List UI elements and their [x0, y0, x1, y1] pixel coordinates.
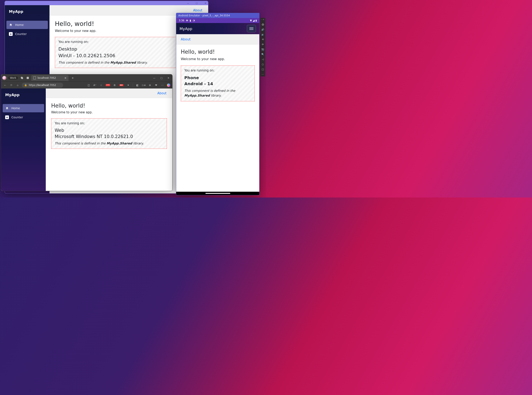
address-bar[interactable]: 🔒 https://localhost:7052	[22, 83, 63, 88]
app-brand: MyApp	[5, 5, 49, 20]
android-appbar: MyApp	[176, 23, 259, 34]
collections-icon[interactable]: ⊕	[148, 83, 152, 87]
home-icon	[9, 23, 13, 27]
about-link[interactable]: About	[193, 9, 202, 12]
edge-browser-window: Work localhost:7052 ✕ ＋ — ▢ ✕ ← ⟳ ⌂	[1, 74, 172, 191]
emu-volume-up-icon[interactable]: 🔊	[261, 28, 264, 31]
edge-toolbar: ← ⟳ ⌂ 🔒 https://localhost:7052 ◫ A⁺ ☆ ••…	[1, 82, 172, 88]
copilot-icon[interactable]	[167, 83, 170, 87]
favorite-icon[interactable]: ☆	[99, 83, 103, 87]
platform-note: This component is defined in the MyApp.S…	[184, 88, 251, 98]
emu-rotate-left-icon[interactable]: ⟲	[261, 38, 264, 41]
tab-close-icon[interactable]: ✕	[64, 77, 66, 80]
read-aloud-icon[interactable]: A⁺	[93, 83, 97, 87]
web-sidebar: MyApp Home + Counter	[1, 88, 46, 191]
about-link[interactable]: About	[181, 37, 191, 41]
about-link[interactable]: About	[157, 91, 167, 95]
settings-menu-icon[interactable]: ⋯	[161, 83, 164, 87]
favorites-list-icon[interactable]: ✩≡	[142, 83, 145, 87]
emu-rotate-right-icon[interactable]: ⟳	[261, 43, 264, 46]
android-content: Hello, world! Welcome to your new app. Y…	[176, 44, 259, 105]
window-maximize-button[interactable]: ▢	[195, 2, 199, 4]
platform-label: You are running on:	[55, 121, 163, 125]
welcome-text: Welcome to your new app.	[181, 57, 255, 61]
workspaces-icon[interactable]	[20, 76, 24, 80]
emu-screenshot-icon[interactable]: 📷	[261, 48, 264, 51]
android-gesture-bar[interactable]	[176, 192, 259, 195]
status-time: 3:36	[179, 19, 184, 22]
android-emulator-window: Android Emulator - pixel_5_-_api_34:5554…	[176, 13, 259, 195]
browser-essentials-icon[interactable]: ❤	[155, 83, 158, 87]
svg-rect-2	[27, 77, 29, 79]
web-content: Hello, world! Welcome to your new app. Y…	[46, 98, 172, 153]
home-icon	[5, 106, 9, 110]
edge-tabstrip[interactable]: Work localhost:7052 ✕ ＋ — ▢ ✕	[1, 74, 172, 82]
window-close-button[interactable]: ✕	[167, 77, 169, 79]
lock-icon: 🔒	[24, 84, 27, 86]
nav-label: Counter	[15, 32, 27, 36]
nav-label: Counter	[11, 116, 23, 119]
emu-power-icon[interactable]: ⏻	[261, 23, 264, 26]
emulator-side-toolbar: –× ⏻ 🔊 🔉 ⟲ ⟳ 📷 🔍 ◁ ○ □ ⋯	[261, 18, 265, 77]
profile-avatar-icon[interactable]	[2, 76, 6, 80]
nav-back-icon[interactable]: ←	[3, 84, 7, 87]
nav-item-home[interactable]: Home	[6, 21, 48, 29]
battery-icon: ▮	[255, 19, 257, 22]
extensions-icon[interactable]: ✦	[127, 83, 130, 87]
platform-formfactor: Web	[55, 127, 163, 133]
extension-doc-icon[interactable]: 🗎	[113, 83, 116, 87]
page-heading: Hello, world!	[51, 103, 167, 109]
window-close-button[interactable]: ✕	[204, 2, 207, 4]
emulator-titlebar[interactable]: Android Emulator - pixel_5_-_api_34:5554	[176, 13, 259, 18]
nav-label: Home	[15, 23, 24, 27]
page-heading: Hello, world!	[181, 49, 255, 55]
signal-icon: ◢	[253, 19, 254, 22]
platform-info-box: You are running on: Web Microsoft Window…	[51, 118, 167, 149]
workspace-label: Work	[10, 77, 16, 79]
plus-icon: +	[9, 32, 13, 36]
page-icon	[33, 77, 36, 79]
app-mode-icon[interactable]: ◫	[87, 83, 90, 87]
wifi-icon: ▼	[250, 19, 252, 22]
svg-rect-1	[21, 77, 23, 79]
emu-volume-down-icon[interactable]: 🔉	[261, 33, 264, 36]
nav-item-counter[interactable]: + Counter	[3, 113, 44, 121]
emu-back-icon[interactable]: ◁	[261, 58, 264, 61]
platform-info-box: You are running on: Phone Android - 14 T…	[181, 66, 255, 101]
gesture-pill-icon	[205, 193, 230, 194]
window-minimize-button[interactable]: —	[186, 2, 190, 4]
extension-rec-icon[interactable]: REC	[119, 84, 124, 86]
welcome-text: Welcome to your new app.	[51, 110, 167, 114]
browser-tab[interactable]: localhost:7052 ✕	[31, 75, 69, 81]
android-status-bar: 3:36 ✥ ▮ ◔ ▼ ◢ ▮	[176, 18, 259, 23]
web-topbar: About	[46, 88, 172, 98]
winui-titlebar[interactable]: — ▢ ✕	[5, 1, 208, 5]
new-tab-button[interactable]: ＋	[70, 76, 75, 80]
emu-home-icon[interactable]: ○	[261, 63, 264, 66]
platform-detail: Android - 14	[184, 81, 251, 87]
split-screen-icon[interactable]: ◧	[136, 83, 139, 87]
emu-minimize-icon[interactable]: –	[261, 19, 262, 21]
emu-more-icon[interactable]: ⋯	[261, 73, 264, 76]
toolbar-separator	[133, 83, 133, 87]
android-subheader: About	[176, 34, 259, 44]
platform-note: This component is defined in the MyApp.S…	[55, 142, 163, 145]
emu-zoom-icon[interactable]: 🔍	[261, 53, 264, 56]
nav-item-home[interactable]: Home	[3, 104, 44, 112]
workspace-pill[interactable]: Work	[8, 76, 18, 80]
emu-close-icon[interactable]: ×	[263, 19, 264, 21]
tab-actions-icon[interactable]	[26, 76, 30, 80]
nav-home-icon[interactable]: ⌂	[16, 84, 20, 87]
hamburger-menu-button[interactable]	[247, 25, 256, 32]
nav-refresh-icon[interactable]: ⟳	[9, 84, 13, 87]
nav-item-counter[interactable]: + Counter	[6, 30, 48, 38]
window-maximize-button[interactable]: ▢	[160, 77, 162, 79]
url-text: https://localhost:7052	[29, 84, 56, 87]
hamburger-icon	[249, 27, 253, 28]
emu-overview-icon[interactable]: □	[261, 68, 264, 71]
window-minimize-button[interactable]: —	[153, 77, 155, 79]
extension-badge-icon[interactable]: •••	[106, 84, 110, 86]
tab-title: localhost:7052	[38, 77, 56, 79]
platform-formfactor: Phone	[184, 75, 251, 81]
nav-label: Home	[11, 107, 20, 110]
